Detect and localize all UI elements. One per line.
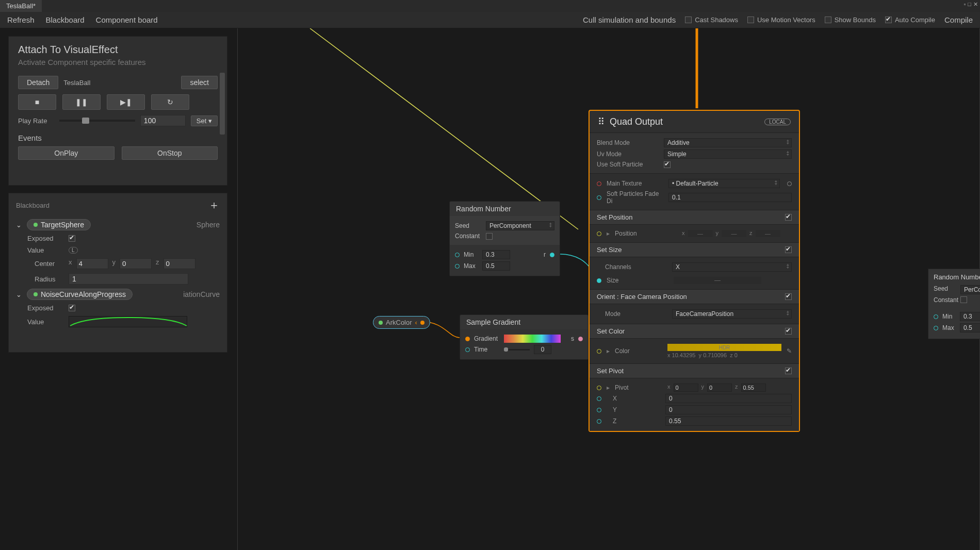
detach-button[interactable]: Detach: [18, 76, 58, 89]
input-port[interactable]: [597, 195, 601, 200]
constant-checkbox[interactable]: [486, 233, 493, 240]
input-port[interactable]: [597, 181, 601, 186]
step-button[interactable]: ▶❚: [107, 94, 145, 110]
constant-checkbox[interactable]: [960, 296, 967, 303]
block-enable-checkbox[interactable]: [785, 246, 792, 253]
node-sample-gradient[interactable]: Sample Gradient Gradient s Time: [460, 314, 589, 360]
center-y-field[interactable]: [120, 258, 152, 269]
cull-button[interactable]: Cull simulation and bounds: [583, 15, 676, 24]
pause-button[interactable]: ❚❚: [62, 94, 101, 110]
onplay-button[interactable]: OnPlay: [18, 146, 115, 160]
auto-compile-toggle[interactable]: Auto Compile: [885, 16, 935, 24]
input-port[interactable]: [465, 337, 470, 341]
input-port[interactable]: [465, 347, 470, 352]
output-port[interactable]: [578, 337, 583, 341]
pivot-y-field[interactable]: [707, 384, 732, 392]
window-maximize-icon[interactable]: □: [968, 1, 971, 8]
use-soft-checkbox[interactable]: [664, 161, 671, 168]
play-rate-field[interactable]: [140, 115, 186, 126]
gradient-field[interactable]: [504, 335, 561, 343]
color-field[interactable]: HDR: [667, 344, 781, 351]
input-port[interactable]: [455, 264, 460, 269]
soft-fade-field[interactable]: [668, 193, 792, 202]
input-port[interactable]: [597, 408, 601, 412]
restart-button[interactable]: ↻: [151, 94, 189, 110]
center-x-field[interactable]: [76, 258, 108, 269]
parameter-pill-targetsphere[interactable]: TargetSphere: [27, 219, 91, 230]
input-port[interactable]: [934, 314, 938, 319]
min-field[interactable]: [482, 250, 510, 259]
step-icon: ▶❚: [120, 98, 132, 106]
radius-field[interactable]: [69, 273, 188, 285]
output-port[interactable]: [420, 321, 424, 325]
pivot-y-component[interactable]: [665, 405, 792, 414]
node-random-number[interactable]: Random Number SeedPerComponent Constant …: [449, 201, 560, 276]
orient-mode-dropdown[interactable]: FaceCameraPosition: [672, 309, 792, 319]
input-port[interactable]: [597, 349, 601, 354]
graph-canvas[interactable]: Random Number SeedPerComponent Constant …: [237, 28, 980, 550]
center-z-field[interactable]: [164, 258, 195, 269]
object-picker-icon[interactable]: [787, 181, 792, 186]
eyedropper-icon[interactable]: ✎: [787, 347, 792, 355]
uv-mode-dropdown[interactable]: Simple: [664, 149, 792, 159]
node-arkcolor[interactable]: ArkColor ‹: [373, 316, 430, 329]
window-lock-icon[interactable]: ▫: [963, 1, 966, 8]
input-port[interactable]: [597, 231, 601, 236]
add-parameter-button[interactable]: ＋: [208, 197, 220, 213]
input-port[interactable]: [455, 253, 460, 257]
time-slider[interactable]: [504, 349, 530, 351]
use-motion-vectors-toggle[interactable]: Use Motion Vectors: [747, 16, 815, 24]
block-enable-checkbox[interactable]: [785, 368, 792, 374]
min-field[interactable]: [960, 312, 980, 321]
component-board-button[interactable]: Component board: [96, 15, 158, 24]
input-port[interactable]: [597, 396, 601, 401]
cast-shadows-toggle[interactable]: Cast Shadows: [685, 16, 738, 24]
refresh-button[interactable]: Refresh: [7, 15, 35, 24]
input-port[interactable]: [597, 419, 601, 424]
block-enable-checkbox[interactable]: [785, 328, 792, 335]
select-button[interactable]: select: [181, 76, 218, 89]
curve-field[interactable]: [69, 316, 187, 327]
pivot-z-component[interactable]: [665, 416, 792, 426]
seed-dropdown[interactable]: PerComponent: [486, 221, 554, 230]
play-rate-slider[interactable]: [59, 120, 135, 122]
set-rate-button[interactable]: Set ▾: [191, 115, 218, 126]
max-field[interactable]: [482, 261, 510, 271]
pivot-x-field[interactable]: [674, 384, 698, 392]
exposed-checkbox[interactable]: [69, 235, 75, 242]
input-port[interactable]: [934, 326, 938, 330]
block-enable-checkbox[interactable]: [785, 293, 792, 300]
max-field[interactable]: [960, 323, 980, 332]
compile-button[interactable]: Compile: [944, 15, 973, 24]
parameter-type: Sphere: [197, 221, 220, 229]
blackboard-button[interactable]: Blackboard: [46, 15, 85, 24]
main-texture-field[interactable]: • Default-Particle: [668, 179, 780, 188]
seed-dropdown[interactable]: PerCompo: [960, 285, 980, 294]
parameter-pill-noisecurve[interactable]: NoiseCurveAlongProgress: [27, 289, 133, 300]
show-bounds-toggle[interactable]: Show Bounds: [825, 16, 876, 24]
window-close-icon[interactable]: ✕: [973, 1, 978, 8]
document-tab[interactable]: TeslaBall*: [0, 0, 42, 12]
node-title: Random Number: [450, 202, 560, 216]
exposed-label: Exposed: [27, 304, 63, 312]
block-enable-checkbox[interactable]: [785, 214, 792, 221]
time-field[interactable]: [534, 345, 551, 354]
blend-mode-dropdown[interactable]: Additive: [664, 138, 792, 147]
node-quad-output[interactable]: ⠿ Quad Output LOCAL Blend ModeAdditive U…: [589, 110, 800, 432]
stop-button[interactable]: ■: [18, 94, 56, 110]
node-random-number-2[interactable]: Random Number SeedPerCompo Constant Min …: [928, 269, 980, 339]
input-port[interactable]: [597, 386, 601, 390]
expand-toggle[interactable]: ⌄: [16, 291, 22, 298]
title-bar: TeslaBall* ▫ □ ✕: [0, 0, 980, 12]
onstop-button[interactable]: OnStop: [122, 146, 218, 160]
pivot-x-component[interactable]: [665, 394, 792, 403]
value-label: Value: [27, 246, 63, 254]
pivot-z-field[interactable]: [741, 384, 766, 392]
channels-dropdown[interactable]: X: [672, 262, 792, 272]
input-port[interactable]: [597, 278, 601, 283]
output-port[interactable]: [550, 253, 554, 257]
expand-toggle[interactable]: ⌄: [16, 221, 22, 229]
exposed-checkbox[interactable]: [69, 305, 75, 311]
scrollbar[interactable]: [220, 73, 225, 135]
events-label: Events: [18, 134, 218, 142]
